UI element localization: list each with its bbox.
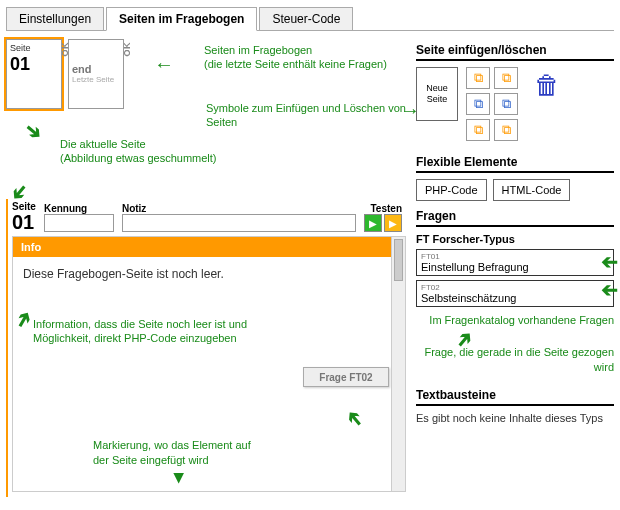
annotation-question-dragged: Frage, die gerade in die Seite gezogen w… bbox=[416, 345, 614, 374]
play-green-icon[interactable]: ▶ bbox=[364, 214, 382, 232]
heading-flexible-elements: Flexible Elemente bbox=[416, 155, 614, 173]
html-code-chip[interactable]: HTML-Code bbox=[493, 179, 571, 201]
new-page-button[interactable]: Neue Seite bbox=[416, 67, 458, 121]
question-group-label: FT Forscher-Typus bbox=[416, 233, 614, 245]
annotation-current-page: Die aktuelle Seite (Abbildung etwas gesc… bbox=[60, 137, 290, 166]
ok-badge-icon: OK bbox=[121, 42, 131, 57]
annotation-symbols: Symbole zum Einfügen und Löschen von Sei… bbox=[206, 101, 406, 130]
insert-after-icon[interactable]: ⧉ bbox=[494, 67, 518, 89]
arrow-down-icon: ▲ bbox=[170, 468, 188, 489]
question-item-ft01[interactable]: FT01 Einstellung Befragung bbox=[416, 249, 614, 276]
note-input[interactable] bbox=[122, 214, 356, 232]
end-page-label: end bbox=[72, 63, 120, 75]
heading-questions: Fragen bbox=[416, 209, 614, 227]
arrow-left-icon: ➔ bbox=[601, 251, 618, 275]
annotation-info-empty: Information, dass die Seite noch leer is… bbox=[33, 317, 263, 346]
question-code: FT02 bbox=[421, 283, 609, 292]
php-code-chip[interactable]: PHP-Code bbox=[416, 179, 487, 201]
info-body-text: Diese Fragebogen-Seite ist noch leer. bbox=[23, 267, 395, 281]
question-label: Einstellung Befragung bbox=[421, 261, 529, 273]
trash-icon[interactable]: 🗑 bbox=[532, 67, 562, 103]
move-after-icon[interactable]: ⧉ bbox=[494, 119, 518, 141]
info-panel-title: Info bbox=[13, 237, 405, 257]
arrow-left-icon: ← bbox=[154, 53, 174, 76]
test-label: Testen bbox=[371, 203, 403, 214]
page-thumb-end[interactable]: OK end Letzte Seite bbox=[68, 39, 124, 109]
copy-after-icon[interactable]: ⧉ bbox=[494, 93, 518, 115]
id-input[interactable] bbox=[44, 214, 114, 232]
arrow-up-right-icon: ➔ bbox=[340, 405, 369, 433]
insert-before-icon[interactable]: ⧉ bbox=[466, 67, 490, 89]
tab-bar: Einstellungen Seiten im Fragebogen Steue… bbox=[6, 6, 614, 31]
arrow-diag-icon: ➔ bbox=[20, 116, 48, 145]
drag-ghost-frage[interactable]: Frage FT02 bbox=[303, 367, 389, 387]
annotation-pages: Seiten im Fragebogen (die letzte Seite e… bbox=[204, 43, 414, 72]
page-thumb-number: 01 bbox=[10, 55, 58, 73]
question-code: FT01 bbox=[421, 252, 609, 261]
heading-insert-delete: Seite einfügen/löschen bbox=[416, 43, 614, 61]
page-editor-panel: Seite 01 Kennung Notiz Testen ▶ bbox=[6, 199, 406, 497]
scrollbar-vertical[interactable] bbox=[391, 237, 405, 491]
page-number: 01 bbox=[12, 212, 36, 232]
tab-tax-code[interactable]: Steuer-Code bbox=[259, 7, 353, 31]
heading-textblocks: Textbausteine bbox=[416, 388, 614, 406]
tab-pages[interactable]: Seiten im Fragebogen bbox=[106, 7, 257, 31]
question-item-ft02[interactable]: FT02 Selbsteinschätzung bbox=[416, 280, 614, 307]
annotation-insert-marker: Markierung, wo das Element auf der Seite… bbox=[93, 438, 253, 467]
end-page-sublabel: Letzte Seite bbox=[72, 75, 120, 84]
page-thumb-label: Seite bbox=[10, 43, 58, 53]
id-label: Kennung bbox=[44, 203, 114, 214]
page-thumb-01[interactable]: Seite 01 OK bbox=[6, 39, 62, 109]
question-label: Selbsteinschätzung bbox=[421, 292, 516, 304]
tab-settings[interactable]: Einstellungen bbox=[6, 7, 104, 31]
play-yellow-icon[interactable]: ▶ bbox=[384, 214, 402, 232]
move-before-icon[interactable]: ⧉ bbox=[466, 119, 490, 141]
copy-before-icon[interactable]: ⧉ bbox=[466, 93, 490, 115]
arrow-left-icon: ➔ bbox=[601, 279, 618, 303]
note-label: Notiz bbox=[122, 203, 356, 214]
textblocks-empty-msg: Es gibt noch keine Inhalte dieses Typs bbox=[416, 412, 614, 424]
annotation-available-questions: Im Fragenkatalog vorhandene Fragen bbox=[416, 313, 614, 327]
